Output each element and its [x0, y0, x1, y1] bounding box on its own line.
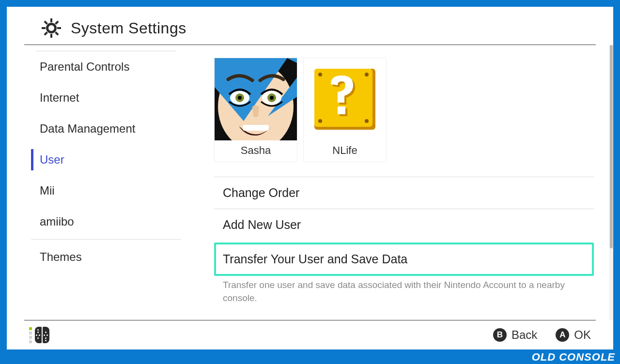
option-transfer-user[interactable]: Transfer Your User and Save Data [214, 243, 594, 276]
users-row: Sasha [214, 58, 594, 162]
svg-rect-3 [42, 27, 46, 29]
option-change-order[interactable]: Change Order [214, 177, 594, 209]
header: System Settings [7, 7, 613, 45]
svg-rect-1 [50, 18, 52, 22]
svg-rect-8 [55, 31, 59, 35]
user-name-label: NLife [304, 144, 386, 157]
body: Parental Controls Internet Data Manageme… [7, 45, 613, 320]
sidebar-item-mii[interactable]: Mii [31, 175, 191, 206]
sidebar-item-parental-controls[interactable]: Parental Controls [31, 51, 191, 82]
sidebar-item-data-management[interactable]: Data Management [31, 113, 191, 144]
user-name-label: Sasha [215, 144, 297, 157]
scrollbar[interactable] [609, 45, 613, 320]
svg-point-14 [238, 96, 242, 100]
content: Sasha [191, 45, 613, 320]
a-glyph-icon: A [556, 328, 569, 342]
sidebar-item-amiibo[interactable]: amiibo [31, 206, 191, 237]
svg-rect-27 [338, 106, 345, 114]
svg-rect-18 [243, 125, 269, 131]
svg-rect-7 [44, 20, 47, 24]
caption-label: OLD CONSOLE [532, 351, 615, 364]
svg-rect-5 [55, 20, 59, 24]
svg-point-22 [318, 73, 322, 76]
footer: B Back A OK [7, 320, 613, 349]
user-card-nlife[interactable]: NLife [303, 58, 387, 162]
controller-led-icon [29, 327, 32, 343]
ok-label: OK [574, 328, 591, 342]
option-transfer-description: Transfer one user and save data associat… [214, 278, 594, 304]
svg-point-25 [365, 119, 369, 123]
sidebar-item-user[interactable]: User [31, 144, 191, 175]
svg-point-9 [48, 25, 54, 31]
svg-point-23 [365, 73, 369, 76]
frame: System Settings Parental Controls Intern… [0, 0, 620, 364]
back-label: Back [512, 328, 537, 342]
mii-avatar-icon [215, 58, 297, 140]
page-title: System Settings [71, 19, 186, 37]
svg-rect-2 [50, 34, 52, 38]
sidebar-item-themes[interactable]: Themes [31, 242, 191, 273]
svg-point-17 [270, 96, 274, 100]
scrollbar-thumb[interactable] [610, 45, 613, 248]
svg-rect-6 [44, 31, 47, 35]
gear-icon [42, 18, 61, 38]
sidebar-divider [31, 239, 181, 240]
svg-point-24 [318, 119, 322, 123]
joycon-icon [35, 327, 49, 343]
sidebar-item-internet[interactable]: Internet [31, 82, 191, 113]
avatar [304, 58, 386, 140]
svg-rect-4 [57, 27, 61, 29]
option-add-new-user[interactable]: Add New User [214, 209, 594, 241]
back-button[interactable]: B Back [493, 328, 537, 342]
avatar [215, 58, 297, 140]
screen: System Settings Parental Controls Intern… [7, 7, 613, 349]
options-list: Change Order Add New User Transfer Your … [214, 177, 594, 304]
sidebar: Parental Controls Internet Data Manageme… [7, 45, 191, 320]
question-block-icon [304, 58, 386, 140]
ok-button[interactable]: A OK [556, 328, 591, 342]
b-glyph-icon: B [493, 328, 507, 342]
user-card-sasha[interactable]: Sasha [214, 58, 297, 162]
